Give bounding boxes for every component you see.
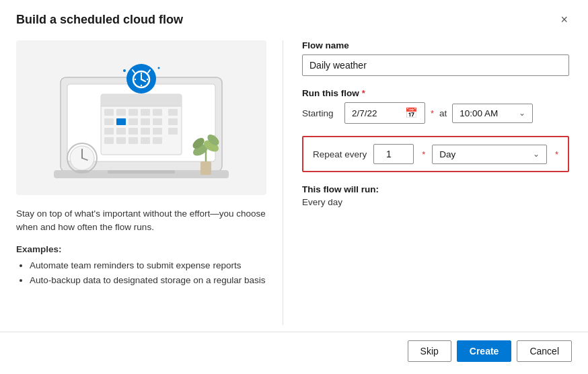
svg-rect-23	[153, 128, 162, 135]
create-button[interactable]: Create	[457, 340, 512, 362]
starting-label: Starting	[302, 108, 339, 118]
dialog-header: Build a scheduled cloud flow ×	[0, 0, 588, 34]
svg-point-38	[135, 79, 136, 80]
svg-point-41	[158, 67, 160, 69]
right-panel: Flow name Run this flow * Starting 2/7/2…	[283, 34, 588, 332]
cancel-button[interactable]: Cancel	[517, 340, 572, 362]
calendar-icon: 📅	[405, 107, 418, 119]
description-text: Stay on top of what's important without …	[16, 207, 266, 235]
svg-point-37	[141, 85, 142, 86]
repeat-number-required: *	[422, 149, 425, 159]
left-panel: Stay on top of what's important without …	[0, 34, 283, 332]
svg-rect-17	[153, 118, 162, 125]
chevron-down-icon: ⌄	[519, 108, 525, 118]
build-scheduled-flow-dialog: Build a scheduled cloud flow ×	[0, 0, 588, 374]
date-picker[interactable]: 2/7/22 📅	[344, 102, 425, 124]
repeat-unit-required: *	[555, 149, 558, 159]
starting-row: Starting 2/7/22 📅 * at 10:00 AM ⌄	[302, 102, 569, 124]
svg-rect-11	[153, 109, 162, 116]
skip-button[interactable]: Skip	[408, 340, 451, 362]
svg-rect-15	[128, 118, 138, 125]
svg-rect-10	[141, 109, 150, 116]
repeat-every-label: Repeat every	[313, 149, 367, 159]
svg-rect-16	[141, 118, 150, 125]
examples-list: Automate team reminders to submit expens…	[16, 258, 266, 289]
svg-rect-8	[116, 109, 126, 116]
flow-name-group: Flow name	[302, 40, 569, 76]
flow-name-input[interactable]	[302, 54, 569, 76]
svg-rect-5	[101, 94, 182, 106]
at-label: at	[439, 108, 447, 118]
time-value: 10:00 AM	[460, 108, 515, 118]
repeat-number-input[interactable]	[373, 144, 414, 164]
dialog-body: Stay on top of what's important without …	[0, 34, 588, 332]
repeat-unit-select[interactable]: Day ⌄	[432, 145, 547, 164]
svg-rect-47	[200, 161, 211, 175]
illustration	[16, 40, 266, 195]
svg-rect-22	[141, 128, 150, 135]
date-required-marker: *	[431, 108, 434, 118]
svg-rect-20	[116, 128, 126, 135]
dialog-title: Build a scheduled cloud flow	[16, 13, 183, 27]
svg-rect-19	[104, 128, 114, 135]
svg-rect-9	[128, 109, 138, 116]
svg-point-40	[123, 69, 126, 72]
repeat-every-section: Repeat every * Day ⌄ *	[302, 136, 569, 172]
date-value: 2/7/22	[352, 108, 401, 118]
examples-label: Examples:	[16, 244, 266, 254]
svg-point-39	[147, 79, 148, 80]
svg-rect-18	[168, 118, 178, 125]
dialog-footer: Skip Create Cancel	[0, 332, 588, 374]
repeat-unit-value: Day	[439, 149, 533, 159]
svg-rect-29	[153, 137, 162, 144]
example-item-2: Auto-backup data to designated storage o…	[30, 273, 266, 289]
run-this-flow-label: Run this flow *	[302, 88, 569, 98]
flow-name-label: Flow name	[302, 40, 569, 50]
repeat-unit-chevron-icon: ⌄	[533, 149, 540, 159]
svg-rect-14	[116, 118, 126, 125]
time-picker[interactable]: 10:00 AM ⌄	[452, 104, 533, 123]
svg-rect-24	[168, 128, 178, 135]
svg-rect-13	[104, 118, 114, 125]
svg-rect-46	[75, 170, 89, 173]
svg-rect-26	[116, 137, 126, 144]
required-marker: *	[362, 88, 365, 98]
svg-rect-27	[128, 137, 138, 144]
close-button[interactable]: ×	[556, 12, 572, 27]
svg-rect-28	[141, 137, 150, 144]
svg-point-36	[141, 73, 142, 74]
will-run-title: This flow will run:	[302, 184, 569, 194]
example-item-1: Automate team reminders to submit expens…	[30, 258, 266, 274]
svg-rect-21	[128, 128, 138, 135]
svg-rect-7	[104, 109, 114, 116]
svg-rect-12	[168, 109, 178, 116]
run-this-flow-group: Run this flow * Starting 2/7/22 📅 * at 1…	[302, 88, 569, 124]
will-run-section: This flow will run: Every day	[302, 184, 569, 207]
svg-rect-25	[104, 137, 114, 144]
will-run-value: Every day	[302, 197, 569, 207]
svg-rect-3	[108, 170, 175, 174]
